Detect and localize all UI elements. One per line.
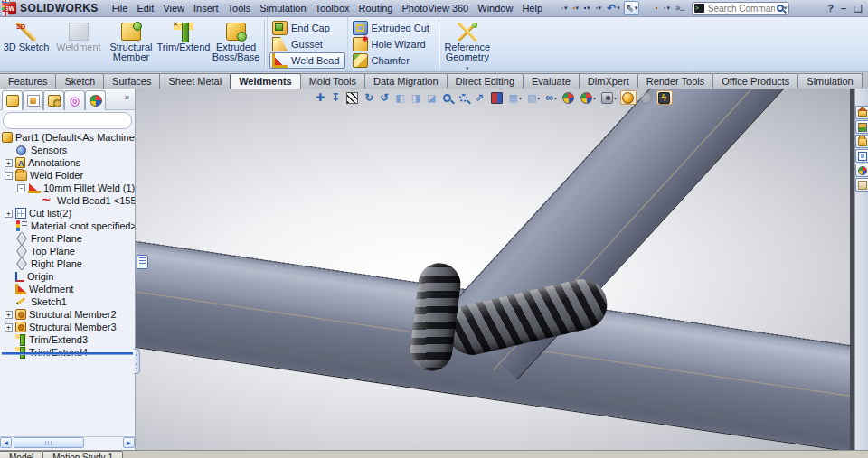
zoom-to-area-icon[interactable] [457,90,471,105]
help-button[interactable]: ? [824,3,837,14]
tree-item-top-plane[interactable]: Top Plane [0,245,135,257]
search-box[interactable]: ▾ [692,2,790,15]
expand-toggle[interactable]: + [5,159,13,167]
tab-render-tools[interactable]: Render Tools [637,73,714,89]
tree-filter-box[interactable] [3,112,132,129]
flyout-tree-icon[interactable] [137,255,148,269]
tab-mold-tools[interactable]: Mold Tools [300,73,365,89]
extruded-boss-base-button[interactable]: Extruded Boss/Base [211,18,261,70]
options-gift-icon[interactable] [654,1,660,15]
tab-office-products[interactable]: Office Products [712,73,798,89]
menu-photoview[interactable]: PhotoView 360 [397,1,473,15]
zebra-stripes-icon[interactable] [344,90,361,105]
rollback-bar[interactable] [2,352,133,354]
rotate-scene-icon[interactable]: ↺ [378,90,392,105]
tree-item-structural-member2[interactable]: + Structural Member2 [0,308,135,321]
view-iso-cube-icon[interactable]: ◪ [425,90,439,105]
tree-item-material[interactable]: Material <not specified> [0,220,135,232]
tree-horizontal-scrollbar[interactable]: ◄ ► [0,436,135,448]
tree-item-sketch1[interactable]: Sketch1 [0,295,135,308]
toolbar-overflow-icon[interactable]: »... [674,1,687,15]
display-style-icon[interactable]: ▧ ▾ [525,90,542,105]
menu-help[interactable]: Help [517,1,547,15]
propertymanager-tab[interactable] [23,90,43,110]
featuremanager-tab[interactable] [2,90,23,110]
menu-routing[interactable]: Routing [354,1,398,15]
view-palette-tab[interactable] [855,149,868,163]
menu-simulation[interactable]: Simulation [255,1,310,15]
appearance-sphere-icon[interactable] [620,90,637,105]
trim-extend-button[interactable]: Trim/Extend [158,18,209,70]
menu-edit[interactable]: Edit [132,1,158,15]
menu-tools[interactable]: Tools [223,1,256,15]
hide-show-items-icon[interactable]: ∞ ▾ [543,90,559,105]
tab-simulation[interactable]: Simulation [797,73,862,89]
tree-item-origin[interactable]: Origin [0,270,135,283]
scroll-left-button[interactable]: ◄ [0,437,12,448]
tree-item-weld-bead1[interactable]: Weld Bead1 <155.6mm> [0,194,135,207]
structural-member-button[interactable]: Structural Member [106,18,156,70]
tab-weldments[interactable]: Weldments [230,73,300,89]
section-view-icon[interactable] [489,90,505,105]
tree-item-part1[interactable]: Part1 (Default<As Machined><< [0,131,135,144]
menu-window[interactable]: Window [473,1,517,15]
motion-study-tab[interactable]: Motion Study 1 [42,451,123,458]
tab-direct-editing[interactable]: Direct Editing [447,73,524,89]
menu-insert[interactable]: Insert [189,1,223,15]
tab-sketch[interactable]: Sketch [55,73,104,89]
menu-view[interactable]: View [158,1,189,15]
tab-sheet-metal[interactable]: Sheet Metal [159,73,231,89]
tab-evaluate[interactable]: Evaluate [523,73,580,89]
command-list-icon[interactable]: ▾ [662,1,672,15]
expand-toggle[interactable]: - [17,184,25,192]
tree-item-trim-extend3[interactable]: Trim/Extend3 [0,333,135,346]
end-cap-button[interactable]: End Cap [269,20,345,36]
tab-data-migration[interactable]: Data Migration [364,73,448,89]
model-tab[interactable]: Model [0,451,43,458]
minimize-button[interactable]: – [837,3,850,14]
expand-toggle[interactable]: - [5,172,13,180]
weldment-button[interactable]: Weldment [53,18,104,70]
expand-toggle[interactable]: + [5,210,13,218]
configurationmanager-tab[interactable] [43,90,64,110]
rotate-view-icon[interactable]: ↻ [363,90,376,105]
menu-toolbox[interactable]: Toolbox [311,1,354,15]
open-icon[interactable]: ▾ [571,1,581,15]
zoom-to-fit-icon[interactable] [440,90,455,105]
apply-scene-icon[interactable]: ▾ [579,90,598,105]
hole-wizard-button[interactable]: Hole Wizard [350,36,435,52]
tab-surfaces[interactable]: Surfaces [103,73,160,89]
new-document-icon[interactable]: ▾ [560,1,570,15]
scrollbar-track[interactable] [84,437,123,448]
tree-item-sensors[interactable]: Sensors [0,144,135,156]
solidworks-resources-tab[interactable] [855,106,868,119]
tree-item-right-plane[interactable]: Right Plane [0,257,135,270]
select-cursor-icon[interactable]: ⇖ ▾ [624,1,640,15]
photoview-preview-icon[interactable]: ϟ [656,90,673,105]
restore-button[interactable]: ❑ [850,3,866,14]
render-sphere-icon[interactable] [638,90,655,105]
view-settings-icon[interactable]: ▾ [599,90,618,105]
expand-toggle[interactable]: + [5,323,13,332]
panel-splitter-handle[interactable] [134,349,140,374]
tree-item-front-plane[interactable]: Front Plane [0,232,135,245]
3d-sketch-button[interactable]: 3D Sketch [1,18,52,70]
dimxpertmanager-tab[interactable] [64,90,85,110]
expand-toggle[interactable]: + [5,311,13,319]
chamfer-button[interactable]: Chamfer [350,52,435,69]
print-icon[interactable]: ▾ [594,1,604,15]
reference-geometry-button[interactable]: Reference Geometry ▾ [442,18,493,70]
gusset-button[interactable]: Gusset [269,36,345,52]
appearances-scenes-tab[interactable] [855,164,868,177]
panel-more-tabs-button[interactable]: » [118,89,135,109]
tree-item-weld-folder[interactable]: - Weld Folder [0,169,135,182]
file-explorer-tab[interactable] [855,135,868,148]
displaymanager-tab[interactable] [85,90,106,110]
tree-item-cut-list[interactable]: + Cut list(2) [0,207,135,220]
feedback-pen-icon[interactable] [553,1,558,15]
graphics-viewport[interactable]: ✚ ↧ ↻ ↺ ◧ ◨ ◪ [136,89,854,450]
fly-through-icon[interactable]: ⇗ [473,90,486,105]
weld-bead-button[interactable]: Weld Bead [269,52,345,69]
menu-file[interactable]: File [108,1,133,15]
tree-item-annotations[interactable]: + Annotations [0,156,135,169]
